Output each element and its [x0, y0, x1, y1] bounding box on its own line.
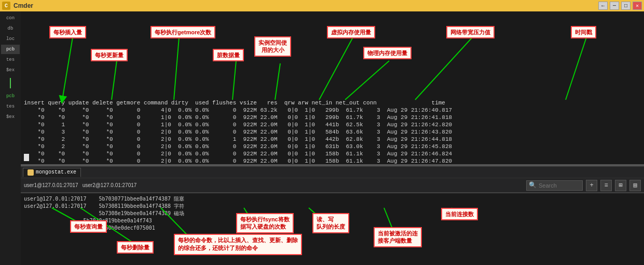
term-header: insert query update delete getmore comma… — [24, 99, 641, 107]
annotation-qrw: 读、写队列的长度 — [312, 213, 349, 233]
annotation-getmore: 每秒执行getmore次数 — [150, 26, 215, 38]
term-row-4: *0 3 *0 *0 0 2|0 0.0% 0.0% 0 922M 22.0M … — [24, 128, 641, 136]
app-icon: C — [2, 2, 10, 10]
search-icon: 🔍 — [529, 181, 537, 189]
status-user1: user1@127.0.01:27017 — [24, 182, 78, 188]
annotation-time: 时间戳 — [571, 26, 596, 38]
toolbar-btn-grid[interactable]: ⊞ — [615, 180, 626, 191]
annotation-dirty: 脏数据量 — [213, 49, 244, 61]
annotation-conn: 当前连接数 — [441, 208, 478, 220]
cursor — [24, 154, 29, 161]
annotation-insert: 每秒插入量 — [49, 26, 86, 38]
maximize-button[interactable]: □ — [621, 2, 631, 10]
title-bar-title: Cmder — [13, 2, 33, 9]
term-row-3: *0 1 *0 *0 0 1|0 0.0% 0.0% 0 922M 22.0M … — [24, 121, 641, 128]
tab-mongostat[interactable]: mongostat.exe — [23, 168, 81, 177]
sidebar-item-tes2[interactable]: tes — [1, 102, 20, 111]
term-row-7: *0 *0 *0 *0 0 2|0 0.0% 0.0% 0 922M 22.0M… — [24, 150, 641, 157]
title-bar-controls: ← ─ □ ✕ — [598, 2, 642, 10]
annotation-command: 每秒的命令数，比以上插入、查找、更新、删除的综合还多，还统计了别的命令 — [174, 234, 302, 255]
annotation-arw: 当前被激活的连接客户端数量 — [374, 227, 422, 247]
toolbar-btn-settings[interactable]: ≡ — [600, 180, 612, 191]
sidebar-item-loc[interactable]: loc — [1, 34, 20, 44]
title-bar-left: C Cmder — [2, 2, 33, 10]
term-row-6: *0 2 *0 *0 0 2|0 0.0% 0.0% 0 922M 22.0M … — [24, 143, 641, 150]
close-button[interactable]: ✕ — [633, 2, 642, 10]
sidebar-item-sex2[interactable]: $ex — [1, 112, 20, 122]
split-container: insert query update delete getmore comma… — [21, 11, 644, 265]
sidebar-item-pcb2[interactable]: pcb — [1, 91, 20, 101]
tabs-bar: mongostat.exe — [21, 166, 644, 178]
annotation-fsync: 每秒执行fsync将数据写入硬盘的次数 — [236, 213, 294, 233]
annotation-net: 网络带宽压力值 — [446, 26, 495, 38]
sidebar-item-pcb[interactable]: pcb — [1, 45, 20, 54]
term-row-5: *0 2 *0 *0 0 2|0 0.0% 0.0% 1 922M 22.0M … — [24, 136, 641, 143]
annotation-vsize: 虚拟内存使用量 — [327, 26, 375, 38]
annotation-res: 物理内存使用量 — [363, 47, 412, 59]
lower-line-2: user2@127.0.01:27017 5b7308119bbee0a14f7… — [24, 203, 641, 210]
tab-icon — [28, 169, 34, 176]
app-container: C Cmder ← ─ □ ✕ con db loc pcb tes $ex p… — [0, 0, 644, 265]
status-right: 🔍 + ≡ ⊞ ▤ — [526, 180, 641, 191]
term-row-1: *0 *0 *0 *0 0 4|0 0.0% 0.0% 0 922M 63.2k… — [24, 107, 641, 114]
annotation-delete: 每秒删除量 — [117, 241, 154, 254]
lower-line-1: user1@127.0.01:27017 5b7030771bbee0a14f7… — [24, 195, 641, 203]
lower-panel: user1@127.0.01:27017 5b7030771bbee0a14f7… — [21, 192, 644, 265]
main-content: con db loc pcb tes $ex pcb tes $ex inser… — [0, 11, 644, 265]
title-bar: C Cmder ← ─ □ ✕ — [0, 0, 644, 11]
annotation-used: 实例空间使用的大小 — [254, 36, 291, 57]
sidebar-item-tes[interactable]: tes — [1, 55, 20, 64]
toolbar-btn-layout[interactable]: ▤ — [629, 180, 641, 191]
sidebar-item-db[interactable]: db — [1, 24, 20, 33]
toolbar-btn-add[interactable]: + — [586, 180, 597, 191]
status-bar: user1@127.0.01:27017 user2@127.0.01:2701… — [21, 178, 644, 192]
sidebar-item-con[interactable]: con — [1, 14, 20, 23]
sidebar: con db loc pcb tes $ex pcb tes $ex — [0, 11, 21, 265]
status-user2: user2@127.0.01:27017 — [83, 182, 137, 188]
annotation-update: 每秒更新量 — [91, 49, 128, 61]
tab-label: mongostat.exe — [36, 169, 76, 175]
term-row-8: *0 *0 *0 *0 0 2|0 0.0% 0.0% 0 922M 22.0M… — [24, 157, 641, 164]
back-button[interactable]: ← — [598, 2, 608, 10]
search-box[interactable]: 🔍 — [526, 180, 583, 191]
upper-terminal: insert query update delete getmore comma… — [21, 11, 644, 164]
minimize-button[interactable]: ─ — [610, 2, 619, 10]
annotation-query: 每秒查询量 — [70, 220, 107, 233]
term-row-2: *0 *0 *0 *0 0 1|0 0.0% 0.0% 0 922M 22.0M… — [24, 114, 641, 121]
search-input[interactable] — [539, 182, 580, 189]
sidebar-item-sex[interactable]: $ex — [1, 65, 20, 75]
